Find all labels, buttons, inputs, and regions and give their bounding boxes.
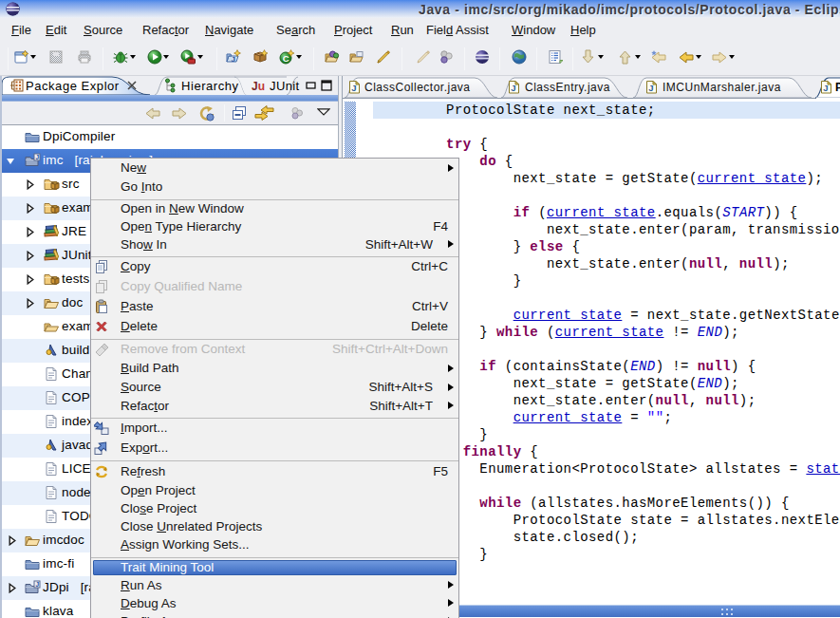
svg-text:IMCUnMarshaler.java: IMCUnMarshaler.java [663, 81, 781, 94]
svg-text:ClassEntry.java: ClassEntry.java [525, 81, 610, 94]
svg-text:J: J [511, 83, 515, 93]
svg-text:ClassCollector.java: ClassCollector.java [364, 81, 471, 94]
svg-text:C: C [283, 53, 289, 64]
svg-text:J: J [232, 55, 235, 64]
svg-text:Hierarchy: Hierarchy [181, 79, 239, 93]
svg-text:J: J [36, 581, 40, 588]
svg-text:J: J [823, 83, 828, 93]
svg-text:JUnit: JUnit [270, 79, 300, 93]
svg-text:Ju: Ju [252, 80, 265, 93]
svg-text:J: J [351, 83, 356, 93]
svg-text:P: P [835, 81, 840, 94]
svg-text:J: J [648, 83, 653, 93]
svg-text:Package Explor: Package Explor [26, 79, 120, 93]
svg-text:J: J [36, 154, 40, 160]
